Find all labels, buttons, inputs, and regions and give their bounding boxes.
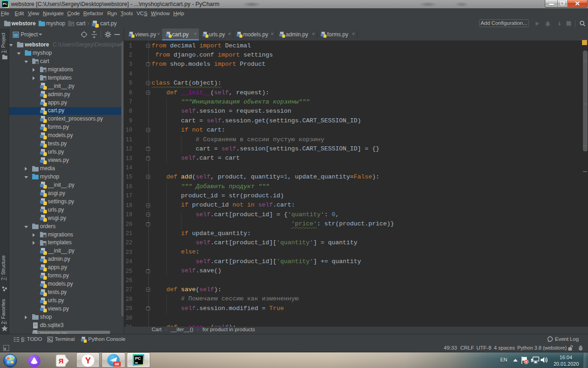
svg-text:Y: Y <box>85 356 91 365</box>
svg-text:Я: Я <box>59 357 64 365</box>
